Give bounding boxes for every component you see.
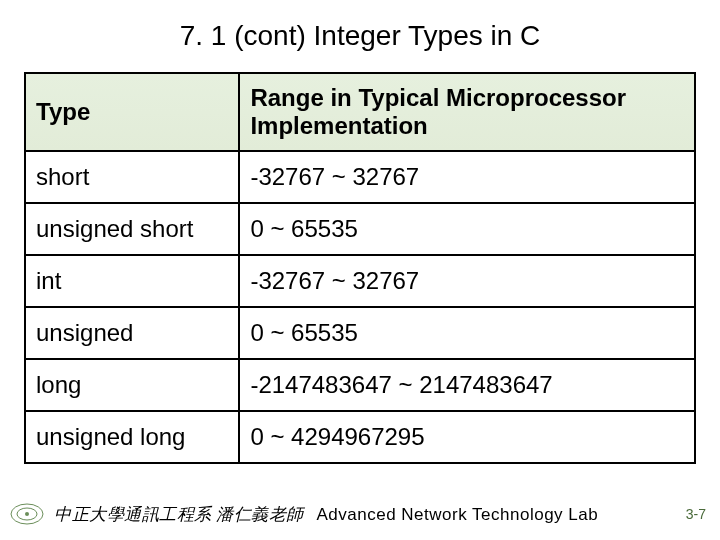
page-number: 3-7 <box>666 506 720 522</box>
cell-type: unsigned short <box>25 203 239 255</box>
cell-type: long <box>25 359 239 411</box>
cell-type: unsigned <box>25 307 239 359</box>
cell-range: -32767 ~ 32767 <box>239 151 695 203</box>
table-row: unsigned short 0 ~ 65535 <box>25 203 695 255</box>
cell-range: -32767 ~ 32767 <box>239 255 695 307</box>
table-row: short -32767 ~ 32767 <box>25 151 695 203</box>
integer-types-table: Type Range in Typical Microprocessor Imp… <box>24 72 696 464</box>
col-header-type: Type <box>25 73 239 151</box>
table-row: long -2147483647 ~ 2147483647 <box>25 359 695 411</box>
page-title: 7. 1 (cont) Integer Types in C <box>24 20 696 52</box>
cell-type: unsigned long <box>25 411 239 463</box>
cell-range: -2147483647 ~ 2147483647 <box>239 359 695 411</box>
footer-text: 中正大學通訊工程系 潘仁義老師 Advanced Network Technol… <box>54 503 666 526</box>
svg-point-2 <box>25 512 29 516</box>
table-row: unsigned 0 ~ 65535 <box>25 307 695 359</box>
cell-type: short <box>25 151 239 203</box>
col-header-range: Range in Typical Microprocessor Implemen… <box>239 73 695 151</box>
table-row: int -32767 ~ 32767 <box>25 255 695 307</box>
cell-range: 0 ~ 65535 <box>239 307 695 359</box>
lab-logo-icon <box>0 500 54 528</box>
cell-type: int <box>25 255 239 307</box>
footer-lab: Advanced Network Technology Lab <box>317 505 599 524</box>
table-row: unsigned long 0 ~ 4294967295 <box>25 411 695 463</box>
cell-range: 0 ~ 4294967295 <box>239 411 695 463</box>
slide: 7. 1 (cont) Integer Types in C Type Rang… <box>0 0 720 540</box>
footer: 中正大學通訊工程系 潘仁義老師 Advanced Network Technol… <box>0 498 720 530</box>
footer-affiliation: 中正大學通訊工程系 潘仁義老師 <box>54 505 304 524</box>
table-header-row: Type Range in Typical Microprocessor Imp… <box>25 73 695 151</box>
cell-range: 0 ~ 65535 <box>239 203 695 255</box>
